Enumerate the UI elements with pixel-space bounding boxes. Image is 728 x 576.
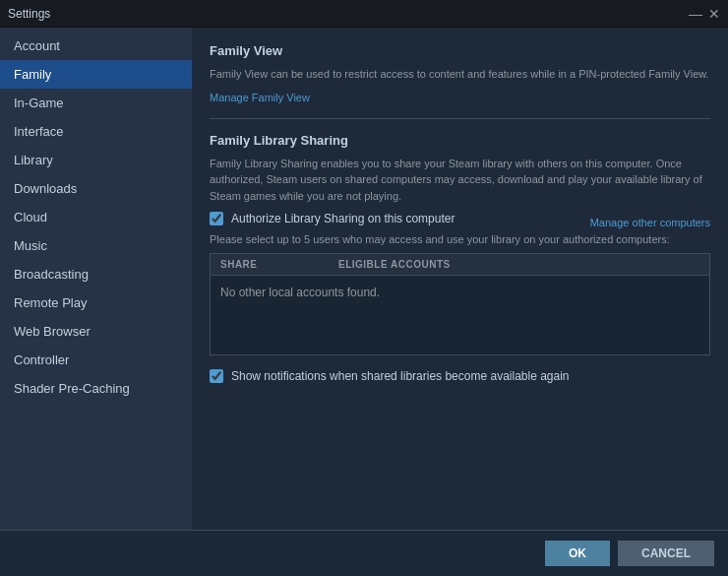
window-controls: — ✕ — [689, 7, 720, 21]
family-view-section: Family View Family View can be used to r… — [210, 43, 710, 104]
authorize-checkbox[interactable] — [210, 212, 223, 225]
authorize-checkbox-label: Authorize Library Sharing on this comput… — [231, 212, 455, 225]
minimize-button[interactable]: — — [689, 7, 702, 21]
ok-button[interactable]: OK — [545, 541, 610, 566]
sidebar-item-broadcasting[interactable]: Broadcasting — [0, 260, 192, 288]
sidebar-item-web-browser[interactable]: Web Browser — [0, 317, 192, 346]
please-select-text: Please select up to 5 users who may acce… — [210, 233, 710, 245]
sidebar: Account Family In-Game Interface Library… — [0, 28, 192, 530]
authorize-checkbox-row: Authorize Library Sharing on this comput… — [210, 212, 710, 233]
notifications-checkbox-label: Show notifications when shared libraries… — [231, 369, 570, 383]
sidebar-item-library[interactable]: Library — [0, 146, 192, 174]
content-area: Family View Family View can be used to r… — [192, 28, 728, 530]
share-column-header: SHARE — [220, 259, 338, 270]
sidebar-item-controller[interactable]: Controller — [0, 346, 192, 374]
sidebar-item-shader-pre-caching[interactable]: Shader Pre-Caching — [0, 374, 192, 403]
title-bar: Settings — ✕ — [0, 0, 728, 28]
window-title: Settings — [8, 7, 50, 21]
section-divider — [210, 118, 710, 119]
sidebar-item-music[interactable]: Music — [0, 231, 192, 260]
notifications-checkbox-row: Show notifications when shared libraries… — [210, 369, 710, 383]
close-button[interactable]: ✕ — [708, 7, 720, 21]
family-library-sharing-section: Family Library Sharing Family Library Sh… — [210, 133, 710, 392]
family-view-desc: Family View can be used to restrict acce… — [210, 66, 710, 83]
sidebar-item-family[interactable]: Family — [0, 60, 192, 89]
bottom-actions: OK CANCEL — [0, 530, 728, 576]
family-library-sharing-desc: Family Library Sharing enables you to sh… — [210, 156, 710, 205]
table-body: No other local accounts found. — [211, 276, 709, 354]
family-view-title: Family View — [210, 43, 710, 58]
manage-family-view-link[interactable]: Manage Family View — [210, 92, 310, 103]
sidebar-item-remote-play[interactable]: Remote Play — [0, 288, 192, 317]
manage-other-computers-link[interactable]: Manage other computers — [590, 217, 710, 228]
family-library-sharing-title: Family Library Sharing — [210, 133, 710, 148]
sidebar-item-in-game[interactable]: In-Game — [0, 89, 192, 117]
accounts-table: SHARE ELIGIBLE ACCOUNTS No other local a… — [210, 253, 710, 355]
no-accounts-text: No other local accounts found. — [220, 286, 380, 299]
sidebar-item-account[interactable]: Account — [0, 32, 192, 60]
table-header: SHARE ELIGIBLE ACCOUNTS — [211, 254, 709, 276]
eligible-accounts-column-header: ELIGIBLE ACCOUNTS — [338, 259, 699, 270]
cancel-button[interactable]: CANCEL — [618, 541, 714, 566]
authorize-checkbox-container: Authorize Library Sharing on this comput… — [210, 212, 455, 225]
notifications-checkbox[interactable] — [210, 369, 223, 383]
sidebar-item-interface[interactable]: Interface — [0, 117, 192, 146]
sidebar-item-cloud[interactable]: Cloud — [0, 203, 192, 231]
sidebar-item-downloads[interactable]: Downloads — [0, 174, 192, 203]
